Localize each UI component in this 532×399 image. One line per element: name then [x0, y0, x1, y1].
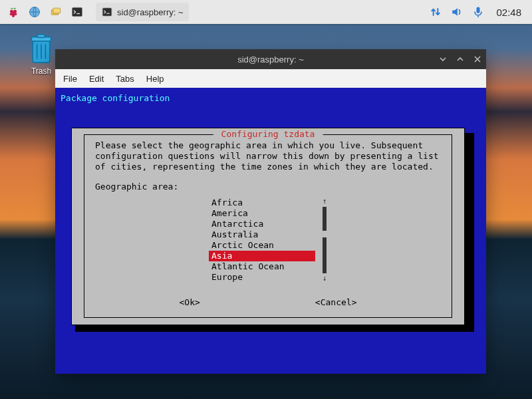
window-titlebar[interactable]: sid@raspberry: ~ — [55, 49, 486, 69]
list-item[interactable]: America — [209, 208, 315, 219]
svg-rect-10 — [102, 8, 112, 16]
svg-rect-8 — [53, 8, 61, 13]
dialog-title: Configuring tzdata — [213, 129, 323, 140]
taskbar-entry-terminal[interactable]: sid@raspberry: ~ — [96, 3, 189, 21]
network-indicator[interactable] — [428, 5, 443, 19]
scroll-thumb[interactable] — [323, 231, 327, 237]
list-item[interactable]: Antarctica — [209, 219, 315, 229]
svg-point-4 — [14, 13, 17, 15]
ok-button[interactable]: <Ok> — [180, 297, 200, 308]
raspberry-icon — [7, 5, 20, 19]
package-config-header: Package configuration — [59, 92, 482, 108]
menu-tabs[interactable]: Tabs — [116, 74, 134, 84]
microphone-indicator[interactable] — [471, 5, 485, 19]
taskbar-entry-label: sid@raspberry: ~ — [117, 7, 184, 17]
scroll-track[interactable] — [323, 207, 327, 273]
dialog-buttons: <Ok> <Cancel> — [95, 297, 441, 311]
panel-clock[interactable]: 02:48 — [492, 7, 525, 18]
app-menu-button[interactable] — [4, 3, 23, 21]
volume-indicator[interactable] — [450, 5, 464, 19]
list-item[interactable]: Africa — [209, 198, 315, 208]
terminal-launcher[interactable] — [68, 3, 86, 21]
svg-point-5 — [12, 15, 15, 17]
dialog-prompt: Geographic area: — [95, 182, 441, 192]
microphone-icon — [471, 5, 485, 19]
scroll-down-arrow[interactable]: ↓ — [323, 275, 327, 283]
list-scrollbar[interactable]: ↑ ↓ — [322, 198, 327, 283]
terminal-icon — [101, 6, 113, 18]
svg-point-3 — [10, 13, 13, 15]
scroll-up-arrow[interactable]: ↑ — [323, 198, 327, 205]
window-menu-button[interactable] — [438, 55, 448, 64]
folders-icon — [49, 5, 63, 19]
list-item[interactable]: Australia — [209, 229, 315, 240]
web-browser-launcher[interactable] — [25, 3, 44, 21]
desktop-trash-label: Trash — [31, 66, 51, 76]
svg-rect-9 — [72, 7, 82, 16]
list-item[interactable]: Arctic Ocean — [209, 240, 315, 251]
window-menubar: File Edit Tabs Help — [55, 69, 486, 88]
top-panel: sid@raspberry: ~ 02:48 — [0, 0, 532, 24]
tui-dialog-wrap: Configuring tzdata Please select the geo… — [59, 108, 482, 340]
terminal-window: sid@raspberry: ~ File Edit Tabs Help Pac… — [55, 49, 486, 374]
file-manager-launcher[interactable] — [47, 3, 65, 21]
svg-rect-11 — [477, 7, 480, 13]
globe-icon — [28, 5, 41, 19]
menu-edit[interactable]: Edit — [89, 74, 104, 84]
tzdata-dialog: Configuring tzdata Please select the geo… — [71, 128, 465, 325]
speaker-icon — [450, 5, 464, 19]
menu-help[interactable]: Help — [146, 74, 164, 84]
cancel-button[interactable]: <Cancel> — [315, 297, 357, 308]
terminal-viewport: Package configuration Configuring tzdata… — [55, 88, 486, 374]
menu-file[interactable]: File — [63, 74, 77, 84]
chevron-up-icon — [456, 55, 464, 63]
window-minimize-button[interactable] — [456, 55, 465, 64]
list-item[interactable]: Asia — [209, 251, 315, 261]
system-tray: 02:48 — [428, 5, 528, 19]
list-item[interactable]: Europe — [209, 272, 315, 283]
network-updown-icon — [429, 5, 442, 19]
close-icon — [473, 55, 481, 63]
terminal-icon — [70, 5, 84, 19]
trash-icon — [27, 33, 56, 65]
svg-rect-14 — [37, 35, 45, 38]
geographic-area-list: AfricaAmericaAntarcticaAustraliaArctic O… — [95, 198, 441, 283]
window-title: sid@raspberry: ~ — [237, 55, 304, 65]
window-close-button[interactable] — [473, 55, 482, 64]
dialog-body-text: Please select the geographic area in whi… — [95, 140, 441, 172]
list-item[interactable]: Atlantic Ocean — [209, 261, 315, 272]
chevron-down-icon — [439, 55, 447, 63]
